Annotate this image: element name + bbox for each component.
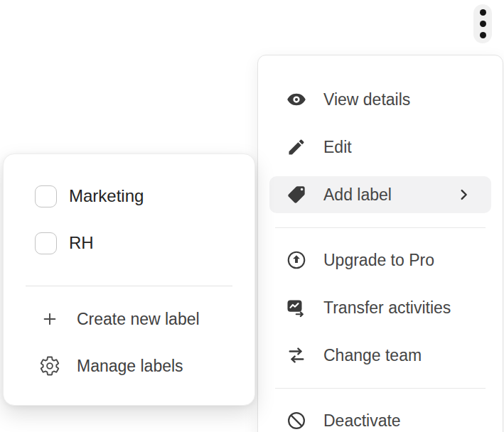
menu-item-edit[interactable]: Edit bbox=[269, 129, 491, 166]
label-option-rh[interactable]: RH bbox=[4, 220, 254, 266]
screen: View details Edit Add label bbox=[0, 0, 504, 432]
action-label: Create new label bbox=[77, 310, 200, 329]
manage-labels-button[interactable]: Manage labels bbox=[4, 342, 254, 389]
menu-divider bbox=[275, 388, 486, 389]
kebab-vertical-icon bbox=[480, 9, 486, 16]
block-icon bbox=[285, 409, 308, 432]
plus-icon bbox=[39, 308, 60, 330]
chevron-right-icon bbox=[456, 187, 471, 202]
label-option-text: RH bbox=[69, 233, 94, 253]
eye-icon bbox=[285, 88, 308, 111]
menu-item-label: Deactivate bbox=[323, 411, 401, 431]
upgrade-icon bbox=[285, 249, 308, 271]
label-option-marketing[interactable]: Marketing bbox=[4, 173, 254, 220]
menu-item-label: Transfer activities bbox=[323, 298, 451, 318]
menu-item-change-team[interactable]: Change team bbox=[269, 337, 491, 374]
menu-item-transfer-activities[interactable]: Transfer activities bbox=[269, 289, 491, 326]
checkbox-rh[interactable] bbox=[35, 232, 57, 254]
gear-icon bbox=[39, 355, 60, 377]
menu-item-label: Add label bbox=[323, 185, 392, 205]
menu-item-view-details[interactable]: View details bbox=[269, 81, 491, 118]
tag-icon bbox=[285, 183, 308, 206]
context-menu: View details Edit Add label bbox=[257, 55, 503, 432]
label-option-text: Marketing bbox=[69, 186, 144, 206]
menu-item-upgrade-to-pro[interactable]: Upgrade to Pro bbox=[269, 242, 491, 279]
more-options-button[interactable] bbox=[473, 4, 492, 43]
menu-item-label: Edit bbox=[323, 138, 352, 157]
action-label: Manage labels bbox=[77, 357, 183, 376]
menu-item-label: Upgrade to Pro bbox=[323, 251, 434, 270]
menu-item-deactivate[interactable]: Deactivate bbox=[269, 402, 491, 432]
pencil-icon bbox=[285, 136, 308, 158]
menu-item-label: View details bbox=[323, 90, 410, 109]
menu-divider bbox=[275, 227, 486, 228]
checkbox-marketing[interactable] bbox=[35, 185, 57, 207]
popup-divider bbox=[26, 286, 232, 286]
menu-item-add-label[interactable]: Add label bbox=[269, 176, 491, 213]
add-label-popup: Marketing RH Create new label Manage la bbox=[3, 153, 255, 406]
transfer-icon bbox=[285, 296, 308, 319]
create-new-label-button[interactable]: Create new label bbox=[4, 296, 254, 342]
menu-item-label: Change team bbox=[323, 346, 422, 365]
swap-arrows-icon bbox=[285, 344, 308, 367]
